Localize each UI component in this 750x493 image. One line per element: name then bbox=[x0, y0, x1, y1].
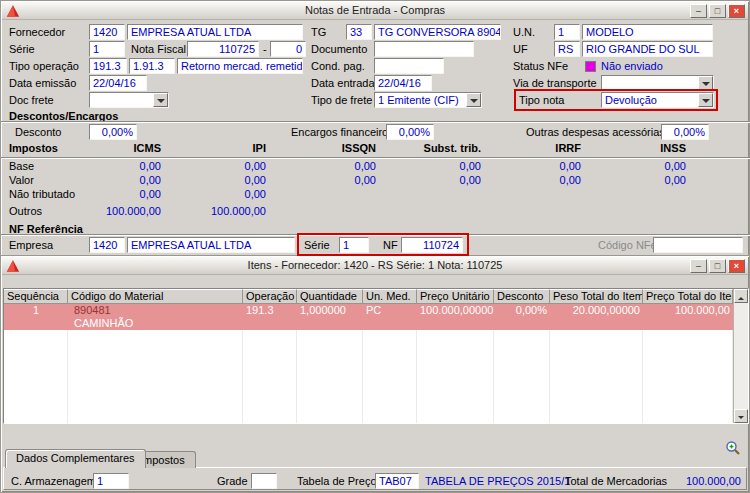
tipo-operacao-natureza-field[interactable]: 1.91.3 bbox=[129, 58, 175, 74]
nf-ref-serie-label: Série bbox=[304, 237, 330, 253]
screen: Notas de Entrada - Compras – □ × Fornece… bbox=[0, 0, 750, 493]
col-un-med[interactable]: Un. Med. bbox=[363, 289, 417, 304]
tipo-operacao-descricao-field[interactable]: Retorno mercad. remetido demonstra bbox=[177, 58, 303, 74]
impostos-value: 0,00 bbox=[161, 188, 266, 201]
tipo-operacao-code-field[interactable]: 191.3 bbox=[89, 58, 127, 74]
col-quantidade[interactable]: Quantidade bbox=[297, 289, 363, 304]
impostos-value: 0,00 bbox=[89, 160, 161, 173]
serie-field[interactable]: 1 bbox=[89, 41, 125, 57]
items-table-header: Sequência Código do Material Operação Qu… bbox=[4, 289, 733, 304]
data-emissao-field[interactable]: 22/04/16 bbox=[89, 75, 147, 91]
item-row-selected[interactable]: 1 890481 CAMINHÃO 191.3 1,000000 PC 100.… bbox=[4, 304, 733, 330]
minimize-icon[interactable]: – bbox=[690, 259, 707, 273]
zoom-icon[interactable] bbox=[725, 440, 741, 456]
codigo-nfe-field[interactable] bbox=[653, 237, 743, 253]
col-desconto[interactable]: Desconto bbox=[494, 289, 550, 304]
maximize-icon[interactable]: □ bbox=[709, 259, 726, 273]
scroll-down-icon[interactable] bbox=[734, 409, 748, 423]
main-window-title: Notas de Entrada - Compras bbox=[2, 4, 748, 16]
col-operacao[interactable]: Operação bbox=[243, 289, 297, 304]
col-codigo-material[interactable]: Código do Material bbox=[68, 289, 243, 304]
empresa-name-field[interactable]: EMPRESA ATUAL LTDA bbox=[127, 237, 295, 253]
minimize-icon[interactable]: – bbox=[690, 4, 707, 18]
item-quantidade: 1,000000 bbox=[297, 304, 363, 330]
items-window: Itens - Fornecedor: 1420 - RS Série: 1 N… bbox=[0, 255, 750, 493]
via-transporte-label: Via de transporte bbox=[513, 75, 597, 91]
documento-field[interactable] bbox=[374, 41, 474, 57]
fornecedor-label: Fornecedor bbox=[9, 24, 65, 40]
nota-fiscal-label: Nota Fiscal bbox=[131, 41, 186, 57]
uf-name-field[interactable]: RIO GRANDE DO SUL bbox=[582, 41, 713, 57]
maximize-icon[interactable]: □ bbox=[709, 4, 726, 18]
tipo-nota-select[interactable]: Devolução bbox=[601, 92, 714, 108]
item-sequencia: 1 bbox=[4, 304, 68, 330]
fornecedor-name-field[interactable]: EMPRESA ATUAL LTDA bbox=[127, 24, 303, 40]
item-material: 890481 CAMINHÃO bbox=[68, 304, 243, 330]
chevron-down-icon[interactable] bbox=[698, 76, 713, 90]
col-preco-unitario[interactable]: Preço Unitário bbox=[417, 289, 494, 304]
desconto-field[interactable]: 0,00% bbox=[89, 124, 137, 140]
fornecedor-code-field[interactable]: 1420 bbox=[89, 24, 125, 40]
data-emissao-label: Data emissão bbox=[9, 75, 76, 91]
chevron-down-icon[interactable] bbox=[153, 93, 168, 107]
main-titlebar[interactable]: Notas de Entrada - Compras – □ × bbox=[2, 2, 748, 20]
item-un-med: PC bbox=[363, 304, 417, 330]
impostos-row-label: Não tributado bbox=[9, 188, 89, 201]
impostos-value bbox=[581, 188, 686, 201]
tg-code-field[interactable]: 33 bbox=[346, 24, 372, 40]
nf-ref-nf-field[interactable]: 110724 bbox=[401, 237, 463, 253]
impostos-value: 0,00 bbox=[581, 174, 686, 187]
empresa-label: Empresa bbox=[9, 237, 53, 253]
un-name-field[interactable]: MODELO bbox=[582, 24, 713, 40]
cond-pag-field[interactable] bbox=[374, 58, 444, 74]
item-preco-unitario: 100.000,00000 bbox=[417, 304, 494, 330]
chevron-down-icon[interactable] bbox=[466, 93, 481, 107]
un-code-field[interactable]: 1 bbox=[554, 24, 580, 40]
chevron-down-icon[interactable] bbox=[698, 93, 713, 107]
close-icon[interactable]: × bbox=[728, 4, 745, 18]
nota-fiscal-suffix-field[interactable]: 0 bbox=[270, 41, 306, 57]
uf-code-field[interactable]: RS bbox=[554, 41, 580, 57]
nf-ref-nf-label: NF bbox=[383, 237, 398, 253]
vertical-scrollbar[interactable] bbox=[733, 289, 748, 423]
col-preco-total[interactable]: Preço Total do Item bbox=[643, 289, 733, 304]
impostos-value: 0,00 bbox=[89, 174, 161, 187]
outras-despesas-label: Outras despesas acessórias bbox=[526, 124, 665, 140]
codigo-nfe-label: Código NFe bbox=[598, 237, 657, 253]
scroll-up-icon[interactable] bbox=[734, 289, 748, 303]
col-peso-total[interactable]: Peso Total do Item bbox=[550, 289, 643, 304]
close-icon[interactable]: × bbox=[728, 259, 745, 273]
data-entrada-field[interactable]: 22/04/16 bbox=[374, 75, 432, 91]
impostos-col-issqn: ISSQN bbox=[266, 142, 376, 155]
items-table: Sequência Código do Material Operação Qu… bbox=[3, 288, 749, 424]
tab-dados-complementares[interactable]: Dados Complementares bbox=[5, 449, 146, 468]
uf-label: UF bbox=[513, 41, 528, 57]
doc-frete-select[interactable] bbox=[89, 92, 169, 108]
grade-field[interactable] bbox=[251, 473, 277, 489]
impostos-row-base: Base 0,00 0,00 0,00 0,00 0,00 0,00 bbox=[9, 160, 686, 173]
status-nfe-value: Não enviado bbox=[601, 58, 663, 74]
encargos-field[interactable]: 0,00% bbox=[386, 124, 434, 140]
tg-name-field[interactable]: TG CONVERSORA 890487 bbox=[374, 24, 501, 40]
impostos-col-irrf: IRRF bbox=[481, 142, 581, 155]
impostos-value: 0,00 bbox=[89, 188, 161, 201]
empresa-code-field[interactable]: 1420 bbox=[89, 237, 125, 253]
impostos-value: 0,00 bbox=[266, 160, 376, 173]
nf-ref-serie-field[interactable]: 1 bbox=[339, 237, 369, 253]
outras-despesas-field[interactable]: 0,00% bbox=[661, 124, 709, 140]
col-sequencia[interactable]: Sequência bbox=[4, 289, 68, 304]
impostos-row-outros: Outros 100.000,00 100.000,00 bbox=[9, 205, 686, 218]
tabela-preco-code-field[interactable]: TAB07 bbox=[375, 473, 419, 489]
items-titlebar[interactable]: Itens - Fornecedor: 1420 - RS Série: 1 N… bbox=[2, 257, 748, 275]
tabela-preco-name: TABELA DE PREÇOS 2015/1 bbox=[425, 473, 570, 489]
item-peso-total: 20.000,00000 bbox=[550, 304, 643, 330]
tipo-nota-value: Devolução bbox=[605, 94, 657, 106]
nota-fiscal-field[interactable]: 110725 bbox=[187, 41, 259, 57]
via-transporte-select[interactable] bbox=[601, 75, 714, 91]
impostos-value bbox=[376, 205, 481, 218]
impostos-col-subst-trib: Subst. trib. bbox=[376, 142, 481, 155]
c-armazenagem-field[interactable]: 1 bbox=[93, 473, 129, 489]
impostos-row-label: Base bbox=[9, 160, 89, 173]
main-window: Notas de Entrada - Compras – □ × Fornece… bbox=[0, 0, 750, 257]
tipo-frete-select[interactable]: 1 Emitente (CIF) bbox=[374, 92, 482, 108]
